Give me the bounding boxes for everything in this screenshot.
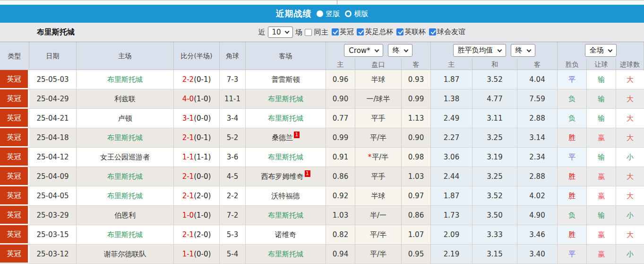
match-type-badge: 英冠: [0, 109, 29, 128]
radio-selected-icon[interactable]: [317, 10, 323, 17]
handicap-outcome: 输: [587, 206, 616, 225]
table-row: 英冠 25-04-21 卢顿 3-1(0-0) 3-4 布里斯托城 0.77 平…: [0, 109, 644, 128]
fulltime-score: 2-1: [182, 172, 194, 181]
score-cell: 2-1(0-0): [174, 167, 220, 186]
odds-time-select-2[interactable]: 终: [511, 44, 535, 57]
match-type-badge: 英冠: [0, 89, 29, 108]
away-odds: 1.07: [402, 225, 431, 244]
home-team-name: 布里斯托城: [107, 192, 143, 201]
result-outcome: 胜: [558, 186, 587, 205]
odds-time-select-1[interactable]: 终: [388, 44, 412, 57]
handicap-value: 平/半: [370, 250, 386, 259]
avg-home-odds: 2.19: [431, 245, 472, 264]
match-date: 25-04-09: [29, 167, 77, 186]
match-type-badge: 英冠: [0, 225, 29, 244]
recent-count-select[interactable]: 10: [268, 26, 293, 38]
corners-value: 4-5: [220, 167, 246, 186]
home-team-name: 谢菲尔德联队: [104, 250, 146, 259]
avg-draw-odds: 3.11: [472, 109, 517, 128]
table-row: 英冠 25-04-18 布里斯托城 2-1(0-1) 5-2 桑德兰1 0.99…: [0, 128, 644, 148]
avg-draw-odds: 4.77: [472, 89, 517, 108]
home-odds: 0.96: [326, 70, 355, 89]
result-outcome: 负: [558, 206, 587, 225]
league-checkbox[interactable]: [357, 28, 364, 35]
sub-header-cover: 让球: [587, 59, 616, 70]
chevron-down-icon: [526, 47, 531, 52]
handicap-cell: 平手: [355, 109, 402, 128]
sub-header-home-odds: 主: [326, 59, 355, 70]
handicap-cell: 平/半: [355, 225, 402, 244]
avg-draw-odds: 3.52: [472, 186, 517, 205]
handicap-value: 半/一: [370, 211, 386, 220]
corners-value: 7-3: [220, 70, 246, 89]
handicap-outcome: 输: [587, 109, 616, 128]
league-checkbox[interactable]: [396, 28, 404, 35]
home-team-name: 布里斯托城: [107, 133, 143, 142]
home-odds: 0.99: [326, 128, 355, 147]
corners-value: 5-4: [220, 245, 246, 264]
fulltime-score: 1-1: [182, 153, 194, 161]
away-team-cell: 布里斯托城: [246, 245, 326, 264]
handicap-outcome: 输: [587, 89, 616, 108]
avg-away-odds: 4.02: [517, 186, 558, 205]
handicap-star: *: [368, 153, 372, 161]
avg-odds-select[interactable]: 胜平负均值: [453, 44, 506, 57]
goals-outcome: 大: [616, 89, 644, 108]
match-date: 25-04-29: [29, 89, 77, 108]
home-team-name: 卢顿: [118, 114, 132, 123]
table-row: 英冠 25-03-29 伯恩利 1-0(1-0) 7-2 布里斯托城 1.03 …: [0, 206, 644, 225]
scope-select[interactable]: 全场: [585, 44, 617, 57]
away-team-name: 布里斯托城: [268, 95, 303, 104]
odds-company-select[interactable]: Crow*: [344, 44, 383, 57]
away-odds: 0.93: [402, 70, 431, 89]
away-team-name: 普雷斯顿: [272, 75, 300, 84]
goals-outcome: 小: [616, 148, 644, 167]
result-outcome: 胜: [558, 128, 587, 147]
league-checkbox[interactable]: [429, 28, 436, 35]
goals-outcome: 大: [616, 70, 644, 89]
home-odds: 0.86: [326, 167, 355, 186]
sub-header-avg-draw: 和: [472, 59, 517, 70]
halftime-score: (0-1): [194, 75, 211, 84]
result-outcome: 负: [558, 89, 587, 108]
handicap-cell: *平/半: [355, 148, 402, 167]
home-team-cell: 女王公园巡游者: [77, 148, 174, 167]
layout-option-horizontal[interactable]: 横版: [345, 9, 369, 18]
halftime-score: (1-0): [194, 95, 211, 103]
handicap-outcome: 赢: [587, 225, 616, 244]
same-home-checkbox[interactable]: [305, 29, 312, 36]
away-team-name: 布里斯托城: [268, 211, 303, 220]
score-cell: 2-1(2-0): [174, 225, 220, 244]
avg-away-odds: 7.59: [517, 89, 558, 108]
section-title: 近期战绩: [276, 8, 312, 19]
chevron-down-icon: [608, 47, 612, 52]
table-row: 英冠 25-04-12 女王公园巡游者 1-1(1-1) 3-6 布里斯托城 0…: [0, 148, 644, 167]
recent-label: 近: [258, 28, 266, 37]
match-type-badge: 英冠: [0, 245, 29, 264]
away-team-name: 布里斯托城: [268, 114, 303, 123]
away-team-cell: 布里斯托城: [246, 109, 326, 128]
red-card-badge: 1: [294, 132, 300, 138]
layout-option-vertical[interactable]: 竖版: [317, 9, 340, 18]
strip-divider: [337, 0, 337, 5]
league-checkbox[interactable]: [332, 28, 339, 35]
handicap-outcome: 赢: [587, 245, 616, 264]
corners-value: 5-3: [220, 225, 246, 244]
table-row: 英冠 25-04-29 利兹联 4-0(1-0) 11-1 布里斯托城 0.90…: [0, 89, 644, 109]
goals-outcome: 大: [616, 128, 644, 147]
radio-unselected-icon[interactable]: [345, 10, 352, 17]
col-header-home: 主场: [77, 42, 174, 70]
handicap-value: 一/球半: [366, 95, 390, 104]
sub-header-away-odds: 客: [402, 59, 431, 70]
avg-home-odds: 1.38: [431, 89, 472, 108]
home-team-cell: 谢菲尔德联队: [77, 245, 174, 264]
same-home-label: 同主: [314, 28, 328, 37]
fulltime-score: 4-0: [182, 95, 194, 103]
score-cell: 2-2(0-1): [174, 70, 220, 89]
col-header-corner: 角球: [220, 42, 246, 70]
scope-group-header: 全场: [558, 42, 644, 59]
away-team-name: 布里斯托城: [268, 153, 303, 162]
corners-value: 11-1: [220, 89, 246, 108]
handicap-value: 平/半: [370, 133, 386, 142]
home-team-name: 女王公园巡游者: [100, 153, 150, 162]
